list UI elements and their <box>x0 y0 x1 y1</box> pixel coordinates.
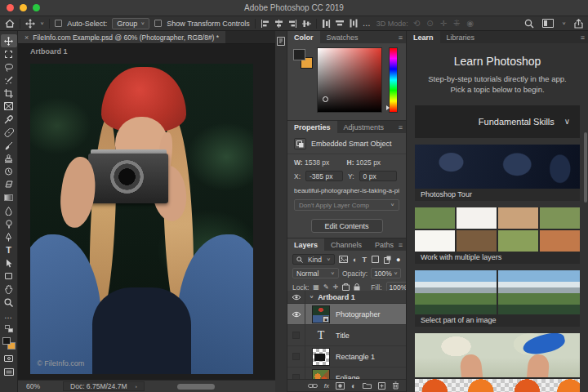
rectangle-tool[interactable] <box>1 270 17 283</box>
filter-smart-object-icon[interactable] <box>384 256 391 264</box>
auto-select-checkbox[interactable] <box>55 20 62 27</box>
layer-row-title[interactable]: T Title <box>287 325 406 346</box>
blur-tool[interactable] <box>1 204 17 217</box>
new-layer-icon[interactable] <box>378 382 385 390</box>
history-brush-tool[interactable] <box>1 165 17 178</box>
3d-slide-icon[interactable]: ⁜ <box>453 19 460 28</box>
eyedropper-tool[interactable] <box>1 113 17 126</box>
visibility-toggle[interactable] <box>287 368 305 379</box>
adjustment-layer-icon[interactable]: ◐ <box>351 381 356 390</box>
color-field-cursor[interactable] <box>323 96 328 102</box>
horizontal-scrollbar-thumb[interactable] <box>177 384 215 390</box>
artboard-label[interactable]: Artboard 1 <box>30 47 68 56</box>
visibility-toggle[interactable] <box>287 291 305 303</box>
filter-adjustment-icon[interactable]: ◐ <box>353 256 357 264</box>
dodge-tool[interactable] <box>1 217 17 230</box>
default-colors-icon[interactable] <box>1 322 17 335</box>
hue-slider-marker[interactable] <box>386 105 390 110</box>
blend-mode-dropdown[interactable]: Normal ∨ <box>292 268 339 278</box>
tutorial-card-select-part[interactable]: Select part of an image <box>415 270 580 327</box>
3d-roll-icon[interactable]: ⊙ <box>426 19 433 28</box>
filter-toggle-icon[interactable]: ● <box>396 256 400 264</box>
layer-thumbnail[interactable] <box>312 348 330 366</box>
tab-channels[interactable]: Channels <box>324 238 368 251</box>
chevron-down-icon[interactable]: ∨ <box>562 21 566 26</box>
tab-paths[interactable]: Paths <box>368 238 400 251</box>
new-group-icon[interactable] <box>363 382 372 389</box>
visibility-toggle[interactable] <box>287 346 305 367</box>
frame-tool[interactable] <box>1 100 17 113</box>
lock-artboard-icon[interactable] <box>342 283 350 291</box>
layer-row-rectangle[interactable]: Rectangle 1 <box>287 346 406 368</box>
align-center-v-icon[interactable] <box>302 20 311 28</box>
layer-style-icon[interactable]: fx <box>324 382 329 390</box>
hue-slider[interactable] <box>389 47 398 113</box>
close-tab-icon[interactable]: × <box>24 33 29 42</box>
layer-comp-dropdown[interactable]: Don't Apply Layer Comp ∨ <box>294 199 399 211</box>
3d-camera-icon[interactable]: ◉ <box>466 19 474 28</box>
align-left-icon[interactable] <box>261 20 270 28</box>
lock-transparency-icon[interactable]: ▦ <box>313 283 319 291</box>
filter-kind-dropdown[interactable]: Kind ∨ <box>292 254 335 265</box>
opacity-input[interactable]: 100% ∨ <box>371 268 401 278</box>
tutorial-card-partial[interactable] <box>415 379 580 392</box>
link-layers-icon[interactable] <box>308 383 318 389</box>
search-icon[interactable] <box>524 19 534 29</box>
healing-brush-tool[interactable] <box>1 126 17 139</box>
edit-contents-button[interactable]: Edit Contents <box>311 219 383 233</box>
color-swatches[interactable] <box>2 337 16 350</box>
move-tool[interactable] <box>1 34 17 47</box>
share-icon[interactable] <box>574 19 583 29</box>
y-input[interactable]: 0 px <box>359 171 397 181</box>
tab-swatches[interactable]: Swatches <box>320 31 365 43</box>
category-fundamental-skills[interactable]: Fundamental Skills ∨ <box>415 105 580 138</box>
layer-thumbnail-type[interactable]: T <box>312 327 330 345</box>
path-selection-tool[interactable] <box>1 256 17 270</box>
lock-all-icon[interactable] <box>354 283 360 291</box>
layer-row-foliage[interactable]: ▣ Foliage <box>287 368 406 379</box>
layer-name[interactable]: Photographer <box>336 310 381 318</box>
distribute-v-icon[interactable] <box>322 20 331 28</box>
auto-select-target-dropdown[interactable]: Group∨ <box>112 18 149 29</box>
pen-tool[interactable] <box>1 230 17 243</box>
collapsed-panel-icon[interactable] <box>277 37 285 46</box>
artboard-row[interactable]: ∨ Artboard 1 <box>287 291 406 304</box>
align-right-icon[interactable] <box>288 20 297 28</box>
filter-pixel-icon[interactable] <box>339 256 348 263</box>
eraser-tool[interactable] <box>1 178 17 191</box>
tab-layers[interactable]: Layers <box>287 238 324 251</box>
chevron-down-icon[interactable]: ∨ <box>40 21 44 26</box>
layer-row-photographer[interactable]: ▣ Photographer <box>287 304 406 325</box>
3d-orbit-icon[interactable]: ⟲ <box>413 19 420 28</box>
zoom-tool[interactable] <box>1 296 17 309</box>
magic-wand-tool[interactable] <box>1 74 17 87</box>
hand-tool[interactable] <box>1 283 17 296</box>
chevron-down-icon[interactable]: ∨ <box>564 117 570 126</box>
foreground-color-swatch[interactable] <box>293 49 305 60</box>
brush-tool[interactable] <box>1 139 17 152</box>
edit-toolbar-icon[interactable]: … <box>1 309 17 322</box>
vertical-scrollbar-thumb[interactable] <box>584 132 587 203</box>
type-tool[interactable]: T <box>1 243 17 256</box>
chevron-right-icon[interactable]: › <box>135 385 136 389</box>
lock-position-icon[interactable]: ✛ <box>333 283 339 291</box>
layer-mask-icon[interactable] <box>336 382 345 390</box>
tab-adjustments[interactable]: Adjustments <box>337 121 391 133</box>
visibility-toggle[interactable] <box>287 304 305 324</box>
distribute-spacing-icon[interactable] <box>350 19 358 28</box>
x-input[interactable]: -385 px <box>305 171 343 181</box>
quick-mask-button[interactable] <box>1 352 17 365</box>
marquee-tool[interactable] <box>1 47 17 60</box>
filter-type-icon[interactable]: T <box>362 256 367 264</box>
tab-color[interactable]: Color <box>287 31 320 43</box>
chevron-down-icon[interactable]: ∨ <box>310 295 314 300</box>
screen-mode-button[interactable] <box>1 365 17 378</box>
align-center-h-icon[interactable] <box>274 20 283 28</box>
panel-color-swatches[interactable] <box>293 49 313 69</box>
panel-menu-icon[interactable]: ≡ <box>399 31 403 43</box>
clone-stamp-tool[interactable] <box>1 152 17 165</box>
tab-libraries[interactable]: Libraries <box>440 31 482 43</box>
layer-thumbnail[interactable]: ▣ <box>312 369 330 380</box>
move-tool-icon[interactable] <box>25 19 35 29</box>
panel-menu-icon[interactable]: ≡ <box>399 238 403 251</box>
